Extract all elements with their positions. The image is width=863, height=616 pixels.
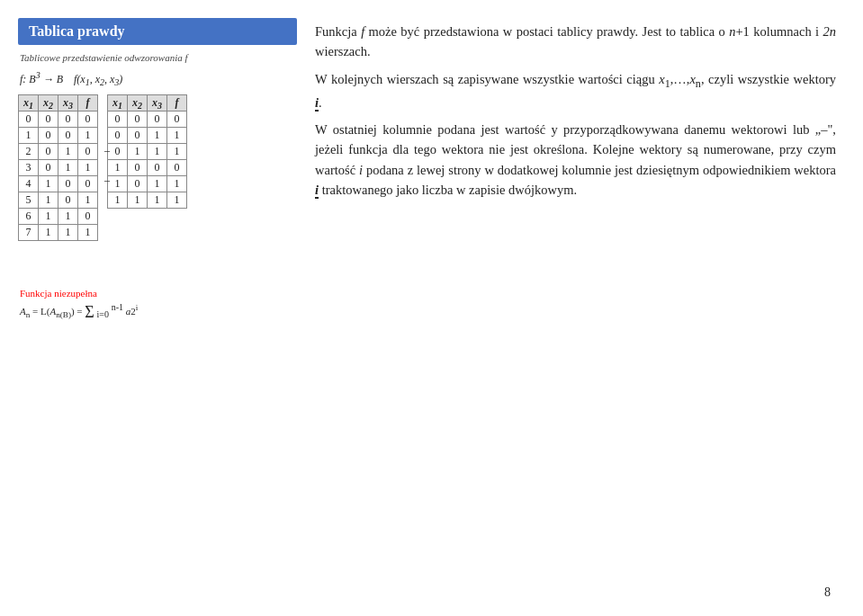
section-title: Tablica prawdy [18, 18, 297, 45]
col-header: x2 [39, 95, 58, 112]
function-text: f: B3 → B f(x1, x2, x3) [20, 73, 122, 85]
col-header: x3 [58, 95, 78, 112]
incomplete-label: Funkcja niezupełna [20, 288, 297, 299]
formula-sup: i [136, 303, 139, 312]
col-header: x1 [108, 95, 128, 112]
table-row: 1111 [108, 192, 187, 209]
left-panel: Tablica prawdy Tablicowe przedstawienie … [18, 18, 297, 598]
function-description: f: B3 → B f(x1, x2, x3) [20, 70, 297, 87]
table-row: 2010 [19, 144, 98, 160]
text-block: Funkcja f może być przedstawiona w posta… [315, 22, 836, 208]
table-row: 6110 [19, 209, 98, 225]
table-row: 0000 [19, 112, 98, 128]
paragraph-2: W kolejnych wierszach są zapisywane wszy… [315, 69, 836, 112]
paragraph-3: W ostatniej kolumnie podana jest wartość… [315, 120, 836, 201]
col-header: f [78, 95, 98, 112]
table-row: 4100 [19, 176, 98, 192]
col-header: x2 [128, 95, 148, 112]
table-row: 1001 [19, 128, 98, 144]
paragraph-1: Funkcja f może być przedstawiona w posta… [315, 22, 836, 62]
incomplete-label-container: Funkcja niezupełna An = L(An(B)) = Σ i=0… [18, 284, 297, 322]
table-row: 5101 [19, 192, 98, 209]
table1-dashes: – – [104, 112, 297, 187]
col-header: f [167, 95, 187, 112]
col-header: x3 [148, 95, 167, 112]
col-header: x1 [19, 95, 39, 112]
table-row: 7111 [19, 225, 98, 241]
word-to: to [666, 24, 676, 39]
truth-table-1: x1 x2 x3 f 0000 1001 2010 3011 4100 5101… [18, 94, 98, 241]
section-subtitle: Tablicowe przedstawienie odwzorowania f [20, 52, 297, 63]
formula: An = L(An(B)) = Σ i=0 n-1 a2i [20, 302, 297, 322]
table-row: 3011 [19, 160, 98, 176]
page-number: 8 [824, 585, 831, 600]
right-panel: Funkcja f może być przedstawiona w posta… [315, 18, 836, 598]
